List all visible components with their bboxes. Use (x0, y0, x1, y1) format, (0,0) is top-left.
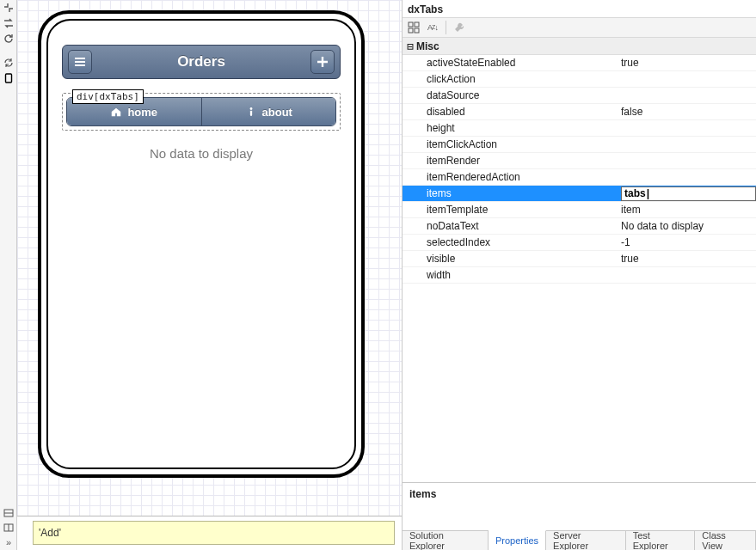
resize-icon[interactable] (3, 2, 15, 14)
property-key: noDataText (403, 220, 618, 232)
app-header: Orders (62, 45, 341, 79)
description-key: items (409, 488, 749, 500)
property-value[interactable]: false (618, 106, 756, 118)
menu-icon (74, 57, 86, 67)
tool-window-tabs: Solution ExplorerPropertiesServer Explor… (403, 530, 756, 550)
propgrid-toolbar: AZ↓ (403, 17, 756, 38)
property-row-activeStateEnabled[interactable]: activeStateEnabledtrue (403, 55, 756, 71)
property-row-visible[interactable]: visibletrue (403, 251, 756, 267)
property-value[interactable]: No data to display (618, 220, 756, 232)
home-icon (110, 106, 122, 118)
property-key: activeStateEnabled (403, 57, 618, 69)
property-row-disabled[interactable]: disabledfalse (403, 104, 756, 120)
property-row-items[interactable]: itemstabs| (403, 186, 756, 202)
selection-tag: div[dxTabs] (72, 89, 144, 104)
add-button[interactable] (310, 50, 335, 74)
property-row-height[interactable]: height (403, 120, 756, 137)
window-tab-properties[interactable]: Properties (489, 530, 546, 550)
window-tab-class-view[interactable]: Class View (695, 531, 756, 550)
property-key: items (403, 187, 618, 199)
header-title: Orders (63, 53, 340, 70)
property-key: width (403, 269, 618, 281)
wrench-icon[interactable] (452, 20, 467, 35)
design-canvas[interactable]: Orders div[dxTabs] home (17, 0, 402, 516)
info-icon (245, 106, 257, 118)
split-h-icon[interactable] (3, 507, 15, 519)
property-value[interactable]: true (618, 57, 756, 69)
property-value[interactable]: tabs| (618, 186, 756, 201)
designer-toolbar (0, 0, 17, 550)
split-v-icon[interactable] (3, 522, 15, 534)
svg-rect-7 (409, 22, 413, 27)
window-tab-test-explorer[interactable]: Test Explorer (626, 531, 696, 550)
property-description: items (403, 482, 756, 530)
swap-icon[interactable] (3, 17, 15, 29)
refresh-icon[interactable] (3, 57, 15, 69)
component-name: dxTabs (403, 0, 756, 17)
property-row-itemRenderedAction[interactable]: itemRenderedAction (403, 169, 756, 186)
device-frame: Orders div[dxTabs] home (38, 10, 365, 478)
property-key: selectedIndex (403, 236, 618, 248)
property-row-width[interactable]: width (403, 267, 756, 284)
plus-icon (317, 56, 329, 68)
property-key: itemClickAction (403, 138, 618, 150)
property-row-itemTemplate[interactable]: itemTemplateitem (403, 202, 756, 218)
property-row-noDataText[interactable]: noDataTextNo data to display (403, 218, 756, 235)
svg-point-5 (249, 107, 252, 110)
alphabetical-icon[interactable]: AZ↓ (425, 20, 440, 35)
collapse-icon[interactable]: ⊟ (404, 40, 416, 52)
svg-rect-0 (5, 74, 11, 82)
categorized-icon[interactable] (406, 20, 421, 35)
expression-input[interactable] (33, 521, 395, 545)
svg-rect-6 (249, 111, 251, 116)
property-grid[interactable]: ⊟ Misc activeStateEnabledtrueclickAction… (403, 38, 756, 482)
property-key: clickAction (403, 73, 618, 85)
rotate-icon[interactable] (3, 33, 15, 45)
property-key: itemTemplate (403, 204, 618, 216)
property-row-itemClickAction[interactable]: itemClickAction (403, 137, 756, 153)
property-row-itemRender[interactable]: itemRender (403, 153, 756, 169)
designer-status-strip (17, 516, 402, 550)
property-key: height (403, 122, 618, 134)
property-value[interactable]: item (618, 204, 756, 216)
device-icon[interactable] (3, 72, 15, 84)
tab-about[interactable]: about (201, 98, 336, 125)
expand-icon[interactable]: » (3, 536, 15, 548)
svg-rect-10 (415, 28, 419, 33)
svg-rect-8 (415, 22, 419, 27)
no-data-text: No data to display (48, 146, 354, 161)
property-value[interactable]: -1 (618, 236, 756, 248)
property-key: itemRenderedAction (403, 171, 618, 183)
window-tab-server-explorer[interactable]: Server Explorer (546, 531, 626, 550)
category-row[interactable]: ⊟ Misc (403, 38, 756, 55)
category-label: Misc (416, 40, 439, 52)
window-tab-solution-explorer[interactable]: Solution Explorer (403, 531, 489, 550)
tab-label: home (127, 106, 157, 119)
property-row-selectedIndex[interactable]: selectedIndex-1 (403, 235, 756, 251)
properties-panel: dxTabs AZ↓ ⊟ Misc activeStateEnabledtrue… (402, 0, 756, 550)
menu-button[interactable] (68, 50, 92, 74)
property-key: disabled (403, 106, 618, 118)
svg-rect-9 (409, 28, 413, 33)
property-row-dataSource[interactable]: dataSource (403, 88, 756, 104)
property-row-clickAction[interactable]: clickAction (403, 71, 756, 88)
property-value[interactable]: true (618, 253, 756, 265)
property-key: visible (403, 253, 618, 265)
property-key: itemRender (403, 155, 618, 167)
tab-label: about (262, 106, 292, 119)
property-key: dataSource (403, 89, 618, 101)
